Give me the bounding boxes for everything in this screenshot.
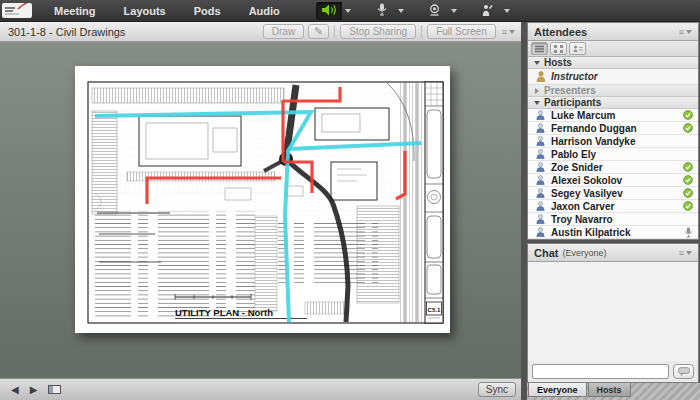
hosts-section-label: Hosts xyxy=(544,57,572,68)
attendees-pod: Attendees ≡ Hosts xyxy=(527,22,699,240)
participant-row[interactable]: Harrison Vandyke xyxy=(528,135,698,148)
chat-pod: Chat (Everyone) ≡ xyxy=(527,243,699,383)
share-pod-menu-icon[interactable]: ≡ xyxy=(502,27,515,37)
title-block-strip: C5.1 xyxy=(425,82,443,323)
green-check-icon xyxy=(683,188,693,198)
chevron-down-icon xyxy=(509,30,515,34)
webcam-dropdown[interactable] xyxy=(448,2,461,20)
attendees-pod-title: Attendees xyxy=(534,26,587,38)
divider xyxy=(334,25,335,38)
participant-row[interactable]: Luke Marcum xyxy=(528,109,698,122)
participant-status-badge xyxy=(682,201,694,211)
participant-status-badge xyxy=(682,227,694,238)
participant-row[interactable]: Segey Vasilyev xyxy=(528,187,698,200)
list-view-icon xyxy=(535,45,544,53)
breakout-view-button[interactable] xyxy=(550,42,567,55)
attendees-pod-menu-icon[interactable]: ≡ xyxy=(679,27,692,37)
host-row[interactable]: Instructor xyxy=(528,69,698,85)
speaker-dropdown[interactable] xyxy=(342,2,355,20)
top-menu-bar: Meeting Layouts Pods Audio xyxy=(0,0,700,22)
chevron-down-icon xyxy=(451,9,457,13)
chevron-down-icon xyxy=(345,9,351,13)
menu-bar: Meeting Layouts Pods Audio xyxy=(40,0,294,21)
chevron-down-icon xyxy=(686,30,692,34)
person-icon xyxy=(536,201,545,211)
chevron-down-icon xyxy=(504,9,510,13)
av-controls xyxy=(316,2,514,20)
presenters-section-header[interactable]: Presenters xyxy=(528,85,698,97)
menu-lines-icon: ≡ xyxy=(502,27,507,37)
hosts-section-header[interactable]: Hosts xyxy=(528,57,698,69)
person-icon xyxy=(536,227,545,237)
chat-tab[interactable]: Everyone xyxy=(528,383,587,397)
previous-page-button[interactable]: ◀ xyxy=(11,385,19,395)
app-logo xyxy=(2,3,32,18)
chat-pod-menu-icon[interactable]: ≡ xyxy=(679,248,692,258)
participant-status-badge xyxy=(682,188,694,198)
host-name: Instructor xyxy=(551,71,598,82)
chat-tabs: Everyone Hosts xyxy=(528,383,632,397)
pencil-tool-button[interactable]: ✎ xyxy=(308,24,329,39)
participant-name: Segey Vasilyev xyxy=(551,188,682,199)
collapse-triangle-icon xyxy=(534,61,540,65)
host-person-icon xyxy=(536,71,546,82)
raise-hand-button[interactable] xyxy=(475,2,501,20)
attendees-pod-header: Attendees ≡ xyxy=(528,23,698,41)
draw-button[interactable]: Draw xyxy=(263,24,304,39)
participant-name: Alexei Sokolov xyxy=(551,175,682,186)
civil-drawing: UTILITY PLAN - North C5.1 xyxy=(75,66,450,333)
raise-hand-icon xyxy=(481,2,494,20)
menu-item[interactable]: Layouts xyxy=(110,0,180,21)
person-icon xyxy=(536,110,545,120)
participant-status-badge xyxy=(682,110,694,120)
page-panel-icon[interactable] xyxy=(48,385,61,394)
stop-sharing-button[interactable]: Stop Sharing xyxy=(340,24,416,39)
participant-row[interactable]: Austin Kilpatrick xyxy=(528,226,698,239)
green-check-icon xyxy=(683,162,693,172)
participant-status-badge xyxy=(682,175,694,185)
green-check-icon xyxy=(683,123,693,133)
chat-scope-label: (Everyone) xyxy=(562,248,606,258)
menu-item[interactable]: Pods xyxy=(180,0,235,21)
sync-button[interactable]: Sync xyxy=(478,382,516,397)
chat-tab[interactable]: Hosts xyxy=(588,383,631,397)
share-pod-bottom-bar: ◀ ▶ Sync xyxy=(0,378,521,400)
green-check-icon xyxy=(683,175,693,185)
participant-row[interactable]: Troy Navarro xyxy=(528,213,698,226)
participant-row[interactable]: Pablo Ely xyxy=(528,148,698,161)
expand-triangle-icon xyxy=(535,88,539,94)
webcam-icon xyxy=(428,2,441,20)
status-view-button[interactable] xyxy=(569,42,586,55)
menu-item[interactable]: Audio xyxy=(235,0,294,21)
participant-row[interactable]: Alexei Sokolov xyxy=(528,174,698,187)
send-message-button[interactable] xyxy=(673,364,694,379)
grid-view-icon xyxy=(554,45,563,53)
raise-hand-dropdown[interactable] xyxy=(501,2,514,20)
menu-item[interactable]: Meeting xyxy=(40,0,110,21)
speaker-button[interactable] xyxy=(316,2,342,20)
participant-name: Luke Marcum xyxy=(551,110,682,121)
participant-status-badge xyxy=(682,162,694,172)
person-icon xyxy=(536,136,545,146)
attendee-list-view-button[interactable] xyxy=(531,42,548,55)
share-pod: 301-1-8 - Civil Drawings Draw ✎ Stop Sha… xyxy=(0,22,521,400)
share-pod-title: 301-1-8 - Civil Drawings xyxy=(8,26,125,38)
participants-section-header[interactable]: Participants xyxy=(528,97,698,109)
participant-name: Jaxon Carver xyxy=(551,201,682,212)
microphone-dropdown[interactable] xyxy=(395,2,408,20)
participant-name: Harrison Vandyke xyxy=(551,136,682,147)
sheet-title: UTILITY PLAN - North xyxy=(175,307,273,318)
person-icon xyxy=(536,214,545,224)
participant-row[interactable]: Zoe Snider xyxy=(528,161,698,174)
participant-row[interactable]: Fernando Duggan xyxy=(528,122,698,135)
menu-lines-icon: ≡ xyxy=(679,248,684,258)
pencil-icon: ✎ xyxy=(314,25,323,38)
full-screen-button[interactable]: Full Screen xyxy=(427,24,496,39)
microphone-button[interactable] xyxy=(369,2,395,20)
divider xyxy=(421,25,422,38)
chat-input[interactable] xyxy=(532,364,669,379)
speaker-icon xyxy=(321,2,337,20)
webcam-button[interactable] xyxy=(422,2,448,20)
next-page-button[interactable]: ▶ xyxy=(30,385,38,395)
participant-row[interactable]: Jaxon Carver xyxy=(528,200,698,213)
